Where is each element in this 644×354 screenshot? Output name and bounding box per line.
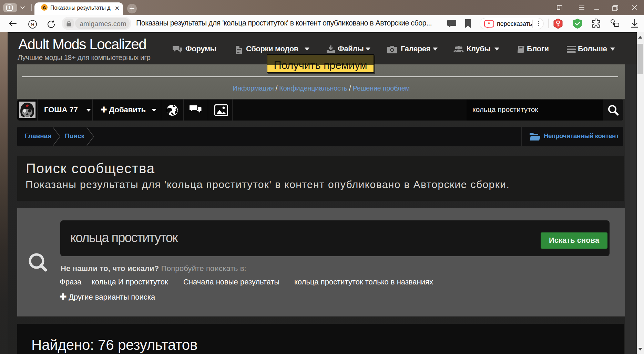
svg-text:Я: Я [31, 22, 34, 27]
svg-text:“: “ [488, 21, 491, 27]
